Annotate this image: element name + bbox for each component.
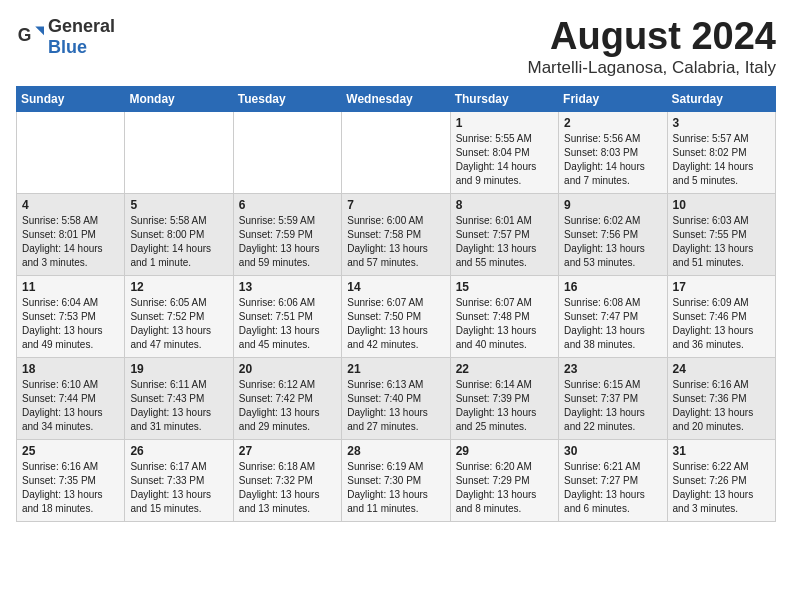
day-number: 23: [564, 362, 661, 376]
day-number: 30: [564, 444, 661, 458]
day-number: 1: [456, 116, 553, 130]
calendar-cell: 4Sunrise: 5:58 AM Sunset: 8:01 PM Daylig…: [17, 193, 125, 275]
calendar-cell: [342, 111, 450, 193]
day-info: Sunrise: 6:19 AM Sunset: 7:30 PM Dayligh…: [347, 460, 444, 516]
day-info: Sunrise: 5:58 AM Sunset: 8:00 PM Dayligh…: [130, 214, 227, 270]
column-header-monday: Monday: [125, 86, 233, 111]
column-header-thursday: Thursday: [450, 86, 558, 111]
day-number: 2: [564, 116, 661, 130]
day-number: 18: [22, 362, 119, 376]
day-info: Sunrise: 5:57 AM Sunset: 8:02 PM Dayligh…: [673, 132, 770, 188]
calendar-cell: 24Sunrise: 6:16 AM Sunset: 7:36 PM Dayli…: [667, 357, 775, 439]
logo-text: General Blue: [48, 16, 115, 58]
day-info: Sunrise: 5:59 AM Sunset: 7:59 PM Dayligh…: [239, 214, 336, 270]
day-number: 25: [22, 444, 119, 458]
day-number: 10: [673, 198, 770, 212]
day-number: 12: [130, 280, 227, 294]
day-number: 14: [347, 280, 444, 294]
day-info: Sunrise: 6:01 AM Sunset: 7:57 PM Dayligh…: [456, 214, 553, 270]
day-info: Sunrise: 6:10 AM Sunset: 7:44 PM Dayligh…: [22, 378, 119, 434]
day-info: Sunrise: 6:20 AM Sunset: 7:29 PM Dayligh…: [456, 460, 553, 516]
day-number: 27: [239, 444, 336, 458]
day-info: Sunrise: 6:03 AM Sunset: 7:55 PM Dayligh…: [673, 214, 770, 270]
column-header-sunday: Sunday: [17, 86, 125, 111]
day-info: Sunrise: 6:11 AM Sunset: 7:43 PM Dayligh…: [130, 378, 227, 434]
calendar-cell: 16Sunrise: 6:08 AM Sunset: 7:47 PM Dayli…: [559, 275, 667, 357]
calendar-week-1: 1Sunrise: 5:55 AM Sunset: 8:04 PM Daylig…: [17, 111, 776, 193]
day-number: 22: [456, 362, 553, 376]
day-number: 19: [130, 362, 227, 376]
calendar-table: SundayMondayTuesdayWednesdayThursdayFrid…: [16, 86, 776, 522]
calendar-week-3: 11Sunrise: 6:04 AM Sunset: 7:53 PM Dayli…: [17, 275, 776, 357]
day-number: 17: [673, 280, 770, 294]
day-number: 15: [456, 280, 553, 294]
calendar-cell: 31Sunrise: 6:22 AM Sunset: 7:26 PM Dayli…: [667, 439, 775, 521]
calendar-cell: 18Sunrise: 6:10 AM Sunset: 7:44 PM Dayli…: [17, 357, 125, 439]
day-info: Sunrise: 6:14 AM Sunset: 7:39 PM Dayligh…: [456, 378, 553, 434]
day-number: 31: [673, 444, 770, 458]
day-info: Sunrise: 6:17 AM Sunset: 7:33 PM Dayligh…: [130, 460, 227, 516]
column-header-wednesday: Wednesday: [342, 86, 450, 111]
calendar-cell: [17, 111, 125, 193]
day-info: Sunrise: 6:16 AM Sunset: 7:36 PM Dayligh…: [673, 378, 770, 434]
calendar-cell: 17Sunrise: 6:09 AM Sunset: 7:46 PM Dayli…: [667, 275, 775, 357]
svg-marker-1: [35, 27, 44, 36]
day-number: 24: [673, 362, 770, 376]
day-number: 13: [239, 280, 336, 294]
calendar-week-5: 25Sunrise: 6:16 AM Sunset: 7:35 PM Dayli…: [17, 439, 776, 521]
calendar-cell: 9Sunrise: 6:02 AM Sunset: 7:56 PM Daylig…: [559, 193, 667, 275]
day-info: Sunrise: 6:09 AM Sunset: 7:46 PM Dayligh…: [673, 296, 770, 352]
day-number: 4: [22, 198, 119, 212]
day-number: 16: [564, 280, 661, 294]
day-info: Sunrise: 6:06 AM Sunset: 7:51 PM Dayligh…: [239, 296, 336, 352]
calendar-cell: 30Sunrise: 6:21 AM Sunset: 7:27 PM Dayli…: [559, 439, 667, 521]
day-info: Sunrise: 6:16 AM Sunset: 7:35 PM Dayligh…: [22, 460, 119, 516]
logo-general: General: [48, 16, 115, 36]
title-area: August 2024 Martelli-Laganosa, Calabria,…: [527, 16, 776, 78]
calendar-cell: 27Sunrise: 6:18 AM Sunset: 7:32 PM Dayli…: [233, 439, 341, 521]
day-info: Sunrise: 6:13 AM Sunset: 7:40 PM Dayligh…: [347, 378, 444, 434]
day-number: 21: [347, 362, 444, 376]
calendar-cell: 8Sunrise: 6:01 AM Sunset: 7:57 PM Daylig…: [450, 193, 558, 275]
calendar-week-4: 18Sunrise: 6:10 AM Sunset: 7:44 PM Dayli…: [17, 357, 776, 439]
day-number: 20: [239, 362, 336, 376]
day-info: Sunrise: 6:22 AM Sunset: 7:26 PM Dayligh…: [673, 460, 770, 516]
column-header-tuesday: Tuesday: [233, 86, 341, 111]
calendar-cell: 21Sunrise: 6:13 AM Sunset: 7:40 PM Dayli…: [342, 357, 450, 439]
svg-text:G: G: [18, 25, 32, 45]
day-info: Sunrise: 5:58 AM Sunset: 8:01 PM Dayligh…: [22, 214, 119, 270]
column-header-friday: Friday: [559, 86, 667, 111]
calendar-cell: 13Sunrise: 6:06 AM Sunset: 7:51 PM Dayli…: [233, 275, 341, 357]
calendar-cell: 25Sunrise: 6:16 AM Sunset: 7:35 PM Dayli…: [17, 439, 125, 521]
calendar-cell: 10Sunrise: 6:03 AM Sunset: 7:55 PM Dayli…: [667, 193, 775, 275]
day-info: Sunrise: 5:56 AM Sunset: 8:03 PM Dayligh…: [564, 132, 661, 188]
calendar-cell: [125, 111, 233, 193]
calendar-cell: 12Sunrise: 6:05 AM Sunset: 7:52 PM Dayli…: [125, 275, 233, 357]
calendar-cell: 1Sunrise: 5:55 AM Sunset: 8:04 PM Daylig…: [450, 111, 558, 193]
calendar-cell: [233, 111, 341, 193]
day-number: 29: [456, 444, 553, 458]
day-number: 9: [564, 198, 661, 212]
day-info: Sunrise: 6:07 AM Sunset: 7:48 PM Dayligh…: [456, 296, 553, 352]
day-number: 7: [347, 198, 444, 212]
logo-icon: G: [16, 23, 44, 51]
day-number: 11: [22, 280, 119, 294]
column-header-saturday: Saturday: [667, 86, 775, 111]
calendar-cell: 6Sunrise: 5:59 AM Sunset: 7:59 PM Daylig…: [233, 193, 341, 275]
calendar-cell: 3Sunrise: 5:57 AM Sunset: 8:02 PM Daylig…: [667, 111, 775, 193]
day-info: Sunrise: 6:12 AM Sunset: 7:42 PM Dayligh…: [239, 378, 336, 434]
calendar-cell: 19Sunrise: 6:11 AM Sunset: 7:43 PM Dayli…: [125, 357, 233, 439]
day-number: 6: [239, 198, 336, 212]
month-year-title: August 2024: [527, 16, 776, 58]
page-header: G General Blue August 2024 Martelli-Laga…: [16, 16, 776, 78]
calendar-cell: 2Sunrise: 5:56 AM Sunset: 8:03 PM Daylig…: [559, 111, 667, 193]
calendar-cell: 11Sunrise: 6:04 AM Sunset: 7:53 PM Dayli…: [17, 275, 125, 357]
calendar-week-2: 4Sunrise: 5:58 AM Sunset: 8:01 PM Daylig…: [17, 193, 776, 275]
calendar-cell: 14Sunrise: 6:07 AM Sunset: 7:50 PM Dayli…: [342, 275, 450, 357]
day-info: Sunrise: 6:04 AM Sunset: 7:53 PM Dayligh…: [22, 296, 119, 352]
calendar-cell: 29Sunrise: 6:20 AM Sunset: 7:29 PM Dayli…: [450, 439, 558, 521]
day-number: 3: [673, 116, 770, 130]
day-info: Sunrise: 6:02 AM Sunset: 7:56 PM Dayligh…: [564, 214, 661, 270]
day-info: Sunrise: 6:07 AM Sunset: 7:50 PM Dayligh…: [347, 296, 444, 352]
day-number: 5: [130, 198, 227, 212]
